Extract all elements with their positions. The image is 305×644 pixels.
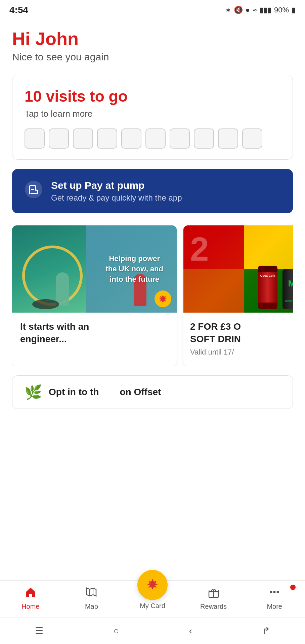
- rewards-icon: [208, 586, 220, 601]
- visit-box-5: [121, 128, 141, 149]
- main-content: Hi John Nice to see you again 10 visits …: [0, 19, 305, 409]
- location-icon: ●: [246, 6, 250, 14]
- ev-overlay-text: Helping powerthe UK now, andinto the fut…: [105, 254, 163, 284]
- nav-rewards-label: Rewards: [200, 603, 227, 610]
- visits-boxes: [25, 128, 280, 149]
- promo-drinks-valid: Valid until 17/: [190, 348, 293, 357]
- nav-home-label: Home: [21, 603, 39, 610]
- nav-mycard-label: My Card: [140, 602, 165, 610]
- visit-box-10: [242, 128, 262, 149]
- pump-icon: [24, 180, 43, 203]
- pump-subtitle: Get ready & pay quickly with the app: [51, 193, 182, 203]
- map-icon: [85, 586, 97, 601]
- nav-more[interactable]: More: [244, 586, 305, 610]
- nav-mycard[interactable]: My Card: [122, 587, 183, 610]
- promo-card-ev-image: Helping powerthe UK now, andinto the fut…: [12, 225, 177, 313]
- promo-drinks-title: 2 FOR £3 OSOFT DRIN: [190, 321, 293, 345]
- more-icon: [268, 586, 280, 601]
- signal-icon: ▮▮▮: [259, 6, 271, 14]
- pump-title: Set up Pay at pump: [51, 180, 182, 191]
- promo-card-drinks-image: 2 Coca‑Cola M ENERGY: [183, 225, 293, 313]
- greeting-section: Hi John Nice to see you again: [12, 29, 293, 63]
- offset-card[interactable]: 🌿 Opt in to th on Offset: [12, 375, 293, 409]
- bluetooth-icon: ∗: [225, 6, 231, 14]
- android-nav-bar: ☰ ○ ‹ ↱: [0, 617, 305, 644]
- battery-text: 90%: [274, 6, 289, 14]
- android-back-btn[interactable]: ‹: [189, 626, 192, 636]
- visits-subtitle: Tap to learn more: [25, 109, 280, 119]
- visit-box-9: [218, 128, 238, 149]
- svg-point-8: [277, 591, 279, 593]
- promo-card-drinks-body: 2 FOR £3 OSOFT DRIN Valid until 17/: [183, 313, 293, 366]
- promo-card-ev-body: It starts with anengineer...: [12, 313, 177, 355]
- status-time: 4:54: [9, 5, 28, 15]
- promo-cards-row: Helping powerthe UK now, andinto the fut…: [12, 225, 293, 366]
- pay-pump-banner[interactable]: Set up Pay at pump Get ready & pay quick…: [12, 169, 293, 213]
- status-icons: ∗ 🔇 ● ≈ ▮▮▮ 90% ▮: [225, 6, 296, 14]
- android-cursor: ↱: [262, 625, 270, 636]
- bottom-nav: Home Map My Card: [0, 580, 305, 617]
- greeting-subtitle: Nice to see you again: [12, 51, 293, 63]
- visits-card[interactable]: 10 visits to go Tap to learn more: [12, 75, 293, 160]
- wifi-icon: ≈: [253, 6, 257, 14]
- nav-home[interactable]: Home: [0, 586, 61, 610]
- nav-map[interactable]: Map: [61, 586, 122, 610]
- nav-more-label: More: [267, 603, 282, 610]
- drink-number: 2: [190, 232, 209, 266]
- nav-rewards[interactable]: Rewards: [183, 586, 244, 610]
- android-menu-btn[interactable]: ☰: [35, 625, 43, 636]
- nav-map-label: Map: [85, 603, 98, 610]
- visit-box-6: [145, 128, 166, 149]
- mute-icon: 🔇: [234, 6, 243, 14]
- greeting-name: Hi John: [12, 29, 293, 49]
- status-bar: 4:54 ∗ 🔇 ● ≈ ▮▮▮ 90% ▮: [0, 0, 305, 19]
- visit-box-7: [170, 128, 190, 149]
- visit-box-2: [49, 128, 69, 149]
- shell-logo-ev: [155, 290, 171, 307]
- home-icon: [25, 586, 37, 601]
- battery-icon: ▮: [292, 6, 296, 14]
- promo-card-ev[interactable]: Helping powerthe UK now, andinto the fut…: [12, 225, 177, 366]
- leaf-icon: 🌿: [25, 384, 42, 400]
- visit-box-1: [25, 128, 45, 149]
- visit-box-3: [73, 128, 93, 149]
- promo-ev-title: It starts with anengineer...: [20, 321, 169, 345]
- more-badge: [290, 585, 296, 590]
- visit-box-4: [97, 128, 117, 149]
- android-home-btn[interactable]: ○: [114, 626, 119, 636]
- promo-card-drinks[interactable]: 2 Coca‑Cola M ENERGY: [183, 225, 293, 366]
- offset-text: Opt in to th on Offset: [49, 387, 161, 397]
- mycard-circle[interactable]: [137, 570, 168, 600]
- svg-point-7: [273, 591, 276, 593]
- svg-point-6: [270, 591, 272, 593]
- visit-box-8: [194, 128, 214, 149]
- pump-text-block: Set up Pay at pump Get ready & pay quick…: [51, 180, 182, 203]
- visits-title: 10 visits to go: [25, 87, 280, 105]
